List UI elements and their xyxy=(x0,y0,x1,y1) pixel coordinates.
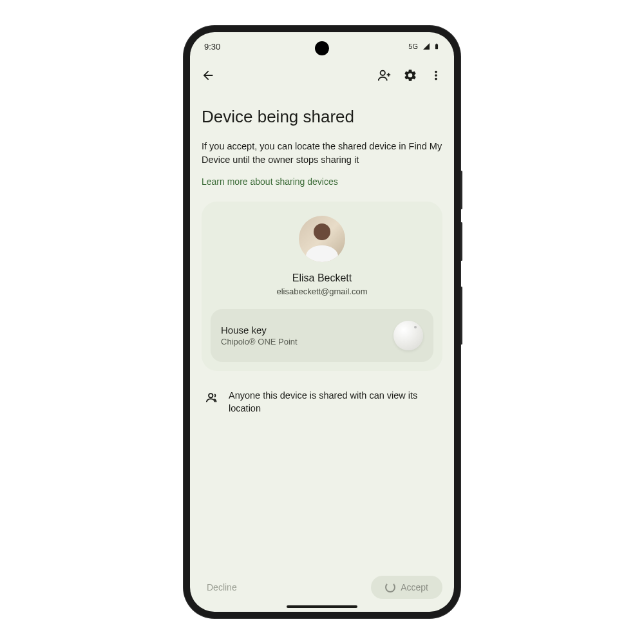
more-vert-icon xyxy=(429,68,443,84)
device-model: Chipolo® ONE Point xyxy=(221,337,298,346)
content-area: Device being shared If you accept, you c… xyxy=(190,91,454,415)
device-row: House key Chipolo® ONE Point xyxy=(211,309,433,362)
notice-row: Anyone this device is shared with can vi… xyxy=(202,371,442,415)
status-right: 5G xyxy=(408,42,440,51)
sharer-avatar xyxy=(299,216,345,262)
battery-icon xyxy=(433,42,440,51)
back-icon xyxy=(201,68,215,84)
share-card: Elisa Beckett elisabeckett@gmail.com Hou… xyxy=(202,202,442,371)
sharer-name: Elisa Beckett xyxy=(211,272,433,284)
svg-point-1 xyxy=(209,393,213,397)
add-person-button[interactable] xyxy=(372,63,397,89)
decline-button[interactable]: Decline xyxy=(202,576,242,599)
camera-cutout xyxy=(315,41,329,55)
back-button[interactable] xyxy=(195,63,221,89)
phone-frame: 9:30 5G xyxy=(184,26,460,618)
loading-spinner-icon xyxy=(385,582,395,592)
page-description: If you accept, you can locate the shared… xyxy=(202,140,442,167)
svg-point-0 xyxy=(381,70,385,75)
screen: 9:30 5G xyxy=(190,32,454,612)
network-label: 5G xyxy=(408,43,418,50)
bottom-action-bar: Decline Accept xyxy=(190,576,454,599)
nav-pill[interactable] xyxy=(287,605,357,608)
accept-button-label: Accept xyxy=(401,582,428,592)
device-image xyxy=(393,321,423,350)
status-time: 9:30 xyxy=(204,42,220,52)
page-title: Device being shared xyxy=(202,107,442,127)
settings-button[interactable] xyxy=(397,63,423,89)
notice-text: Anyone this device is shared with can vi… xyxy=(229,389,439,415)
add-person-icon xyxy=(377,68,392,84)
learn-more-link[interactable]: Learn more about sharing devices xyxy=(202,176,338,187)
gear-icon xyxy=(403,68,417,84)
overflow-button[interactable] xyxy=(423,63,449,89)
people-icon xyxy=(205,389,220,407)
signal-icon xyxy=(422,43,431,50)
accept-button[interactable]: Accept xyxy=(371,576,442,599)
device-info: House key Chipolo® ONE Point xyxy=(221,325,298,346)
device-name: House key xyxy=(221,325,298,336)
sharer-email: elisabeckett@gmail.com xyxy=(211,287,433,296)
app-bar xyxy=(190,61,454,91)
phone-side-buttons xyxy=(460,171,462,357)
